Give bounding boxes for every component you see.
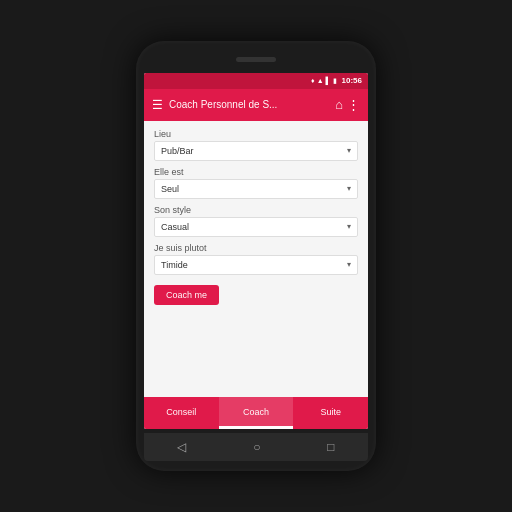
more-icon[interactable]: ⋮: [347, 97, 360, 112]
chevron-down-icon-3: ▾: [347, 222, 351, 231]
form-group-lieu: Lieu Pub/Bar ▾: [154, 129, 358, 161]
tab-conseil[interactable]: Conseil: [144, 397, 219, 429]
battery-icon: ▮: [333, 77, 337, 85]
nav-bar: ◁ ○ □: [144, 433, 368, 461]
bottom-tabs: Conseil Coach Suite: [144, 397, 368, 429]
phone-frame: ♦ ▲ ▌ ▮ 10:56 ☰ Coach Personnel de S... …: [136, 41, 376, 471]
select-je-suis-value: Timide: [161, 260, 188, 270]
signal-icon: ▲: [317, 77, 324, 84]
app-bar-actions: ⌂ ⋮: [335, 97, 360, 112]
wifi-icon: ▌: [326, 77, 331, 84]
home-button[interactable]: ○: [253, 440, 260, 454]
tab-coach[interactable]: Coach: [219, 397, 294, 429]
form-group-je-suis: Je suis plutot Timide ▾: [154, 243, 358, 275]
select-lieu[interactable]: Pub/Bar ▾: [154, 141, 358, 161]
chevron-down-icon: ▾: [347, 146, 351, 155]
coach-me-button[interactable]: Coach me: [154, 285, 219, 305]
select-elle-est[interactable]: Seul ▾: [154, 179, 358, 199]
phone-screen: ♦ ▲ ▌ ▮ 10:56 ☰ Coach Personnel de S... …: [144, 73, 368, 429]
notification-icon: ♦: [311, 77, 315, 84]
label-elle-est: Elle est: [154, 167, 358, 177]
select-je-suis[interactable]: Timide ▾: [154, 255, 358, 275]
select-son-style-value: Casual: [161, 222, 189, 232]
speaker: [236, 57, 276, 62]
back-button[interactable]: ◁: [177, 440, 186, 454]
select-son-style[interactable]: Casual ▾: [154, 217, 358, 237]
form-group-elle-est: Elle est Seul ▾: [154, 167, 358, 199]
status-time: 10:56: [342, 76, 362, 85]
label-son-style: Son style: [154, 205, 358, 215]
recent-button[interactable]: □: [327, 440, 334, 454]
home-icon[interactable]: ⌂: [335, 97, 343, 112]
tab-suite-label: Suite: [320, 407, 341, 417]
select-elle-est-value: Seul: [161, 184, 179, 194]
app-bar: ☰ Coach Personnel de S... ⌂ ⋮: [144, 89, 368, 121]
status-icons: ♦ ▲ ▌ ▮: [311, 77, 336, 85]
app-title: Coach Personnel de S...: [169, 99, 329, 110]
label-je-suis: Je suis plutot: [154, 243, 358, 253]
content-area: Lieu Pub/Bar ▾ Elle est Seul ▾ Son style…: [144, 121, 368, 397]
form-group-son-style: Son style Casual ▾: [154, 205, 358, 237]
tab-suite[interactable]: Suite: [293, 397, 368, 429]
menu-icon[interactable]: ☰: [152, 98, 163, 112]
chevron-down-icon-4: ▾: [347, 260, 351, 269]
chevron-down-icon-2: ▾: [347, 184, 351, 193]
label-lieu: Lieu: [154, 129, 358, 139]
tab-coach-label: Coach: [243, 407, 269, 417]
phone-top: [144, 51, 368, 69]
tab-conseil-label: Conseil: [166, 407, 196, 417]
status-bar: ♦ ▲ ▌ ▮ 10:56: [144, 73, 368, 89]
select-lieu-value: Pub/Bar: [161, 146, 194, 156]
